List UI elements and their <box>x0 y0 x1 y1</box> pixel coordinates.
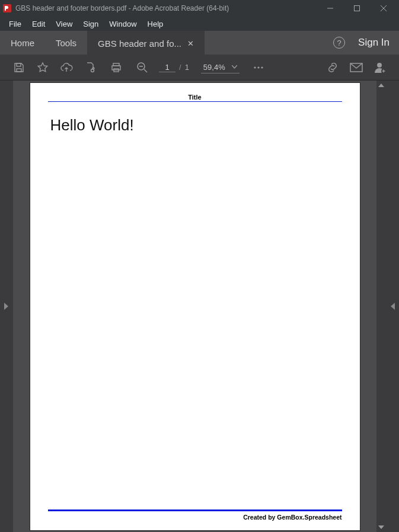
page-slash: / <box>179 63 181 72</box>
viewport[interactable]: Title Hello World! Created by GemBox.Spr… <box>13 81 376 532</box>
help-icon[interactable]: ? <box>333 37 345 49</box>
zoom-value: 59,4% <box>203 63 227 72</box>
cloud-upload-icon[interactable] <box>55 55 78 81</box>
signin-button[interactable]: Sign In <box>358 37 390 49</box>
page-footer-border <box>48 509 342 511</box>
menu-edit[interactable]: Edit <box>27 18 50 30</box>
print-icon[interactable] <box>104 55 128 81</box>
window-title: GBS header and footer borders.pdf - Adob… <box>15 4 317 12</box>
save-icon[interactable] <box>7 55 31 81</box>
tabbar: Home Tools GBS header and fo... ✕ ? Sign… <box>0 31 399 55</box>
menu-sign[interactable]: Sign <box>78 18 104 30</box>
vertical-scrollbar[interactable] <box>376 81 386 532</box>
svg-rect-6 <box>17 69 21 72</box>
toolbar: / 1 59,4% <box>0 55 399 81</box>
pdf-page: Title Hello World! Created by GemBox.Spr… <box>30 83 360 530</box>
tab-tools[interactable]: Tools <box>45 31 87 55</box>
menu-window[interactable]: Window <box>104 18 142 30</box>
menu-help[interactable]: Help <box>142 18 169 30</box>
tab-tools-label: Tools <box>56 38 76 48</box>
page-body-text: Hello World! <box>50 116 134 134</box>
svg-line-13 <box>144 69 147 72</box>
page-navigator: / 1 <box>159 63 189 72</box>
scroll-down-icon[interactable] <box>376 523 386 532</box>
svg-point-16 <box>261 66 263 68</box>
zoom-selector[interactable]: 59,4% <box>201 62 240 73</box>
right-panel-toggle[interactable] <box>386 81 399 532</box>
svg-rect-9 <box>112 66 120 70</box>
svg-rect-2 <box>354 6 359 11</box>
chevron-down-icon <box>232 65 237 69</box>
tab-document-label: GBS header and fo... <box>98 39 181 49</box>
app-icon <box>2 4 12 13</box>
page-current-input[interactable] <box>159 63 175 72</box>
page-footer: Created by GemBox.Spreadsheet <box>48 514 342 521</box>
svg-point-18 <box>377 63 382 68</box>
menu-file[interactable]: File <box>4 18 27 30</box>
star-icon[interactable] <box>31 55 55 81</box>
zoom-out-icon[interactable] <box>130 55 154 81</box>
maximize-button[interactable] <box>343 0 370 17</box>
close-button[interactable] <box>370 0 397 17</box>
menubar: File Edit View Sign Window Help <box>0 17 399 31</box>
link-icon[interactable] <box>321 55 344 81</box>
left-panel-toggle[interactable] <box>0 81 13 532</box>
page-total: 1 <box>185 63 189 72</box>
menu-view[interactable]: View <box>50 18 78 30</box>
profile-icon[interactable] <box>368 55 392 81</box>
svg-point-7 <box>91 69 94 72</box>
email-icon[interactable] <box>344 55 368 81</box>
tab-document[interactable]: GBS header and fo... ✕ <box>87 31 205 55</box>
window-controls <box>317 0 397 17</box>
page-header: Title <box>48 94 342 102</box>
svg-rect-5 <box>17 63 21 66</box>
svg-point-15 <box>257 66 259 68</box>
svg-point-14 <box>254 66 256 68</box>
tab-home[interactable]: Home <box>0 31 45 55</box>
tab-close-icon[interactable]: ✕ <box>187 39 194 48</box>
more-icon[interactable] <box>247 55 270 81</box>
titlebar: GBS header and footer borders.pdf - Adob… <box>0 0 399 17</box>
page-lock-icon[interactable] <box>78 55 102 81</box>
tab-home-label: Home <box>11 38 34 48</box>
scroll-up-icon[interactable] <box>376 81 386 90</box>
minimize-button[interactable] <box>317 0 343 17</box>
document-area: Title Hello World! Created by GemBox.Spr… <box>0 81 399 532</box>
